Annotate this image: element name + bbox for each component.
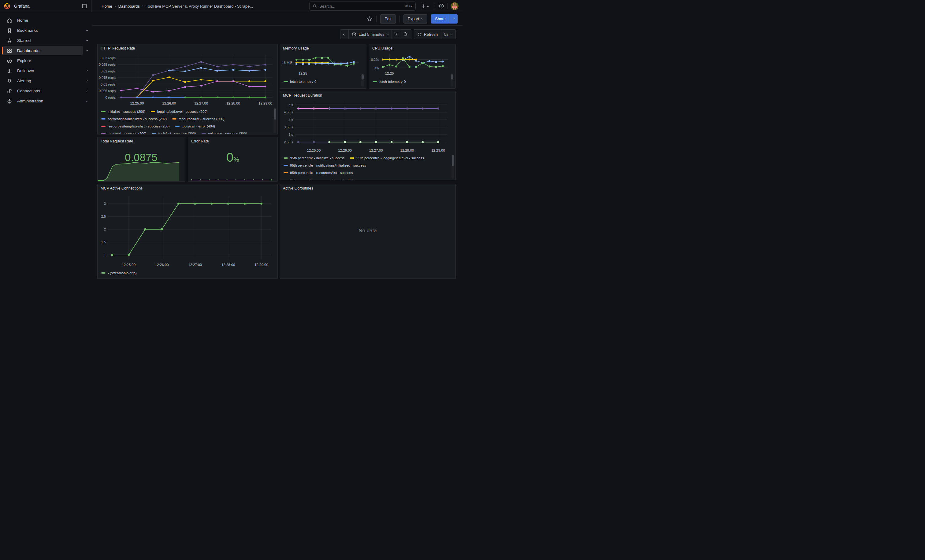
legend-item[interactable]: tools/list - success (200)	[152, 132, 196, 134]
breadcrumb-home[interactable]: Home	[102, 4, 112, 9]
breadcrumb-separator: ›	[115, 4, 116, 8]
edit-button[interactable]: Edit	[380, 14, 396, 24]
brand-text: Grafana	[14, 4, 30, 9]
drilldown-icon	[7, 68, 12, 74]
add-button[interactable]	[421, 3, 429, 10]
time-forward-button[interactable]	[392, 29, 400, 39]
search-input[interactable]: Search... ⌘+k	[309, 2, 416, 11]
sidebar-expand-drilldown[interactable]	[85, 66, 89, 75]
bell-icon	[7, 78, 12, 84]
sidebar-item-explore[interactable]: Explore	[2, 56, 83, 65]
sidebar-item-administration[interactable]: Administration	[2, 96, 83, 106]
legend-item[interactable]: 95th percentile - resources/list - succe…	[283, 171, 353, 174]
legend-item[interactable]: initialize - success (200)	[101, 110, 145, 113]
svg-text:1: 1	[104, 253, 106, 257]
scrollbar-thumb[interactable]	[362, 74, 364, 80]
legend-item[interactable]: 95th percentile - resources/templates/li…	[283, 178, 369, 179]
legend-item[interactable]: tools/call - success (200)	[101, 132, 146, 134]
breadcrumb-current: ToolHive MCP Server & Proxy Runner Dashb…	[146, 4, 253, 9]
svg-text:0.2%: 0.2%	[371, 58, 379, 62]
sidebar-item-label: Explore	[17, 59, 31, 63]
sidebar-expand-starred[interactable]	[85, 36, 89, 45]
sidebar-item-connections[interactable]: Connections	[2, 86, 83, 96]
panel-mcp-active-connections: MCP Active Connections 12:25:0012:26:001…	[97, 184, 278, 279]
svg-text:16 MiB: 16 MiB	[282, 61, 292, 65]
export-button[interactable]: Export	[404, 14, 428, 24]
legend-label: unknown - success (200)	[208, 132, 247, 134]
panel-title: Total Request Rate	[98, 137, 185, 143]
zoom-out-button[interactable]	[400, 29, 411, 39]
svg-text:12:25: 12:25	[298, 72, 307, 75]
memory-usage-chart: 12:2516 MiB	[280, 51, 363, 76]
help-button[interactable]: ?	[438, 3, 444, 10]
sidebar-expand-administration[interactable]	[85, 96, 89, 106]
scrollbar-thumb[interactable]	[274, 108, 276, 120]
svg-text:4.50 s: 4.50 s	[284, 110, 293, 114]
sidebar-item-home[interactable]: Home	[2, 16, 83, 25]
legend-item[interactable]: - (streamable-http)	[101, 271, 137, 275]
legend-label: fetch-telemetry-0	[379, 80, 405, 83]
legend-label: tools/call - success (200)	[108, 132, 146, 134]
mcp-active-connections-chart: 12:25:0012:26:0012:27:0012:28:0012:29:00…	[99, 192, 276, 267]
top-nav: Grafana Home › Dashboards › ToolHive MCP…	[0, 0, 462, 12]
legend-item[interactable]: tools/call - error (404)	[175, 125, 215, 128]
time-range-picker[interactable]: Last 5 minutes	[348, 29, 392, 39]
legend-scrollbar	[452, 155, 454, 179]
share-dropdown-button[interactable]	[450, 14, 458, 24]
legend-item[interactable]: 95th percentile - logging/setLevel - suc…	[350, 156, 424, 160]
sidebar-expand-alerting[interactable]	[85, 76, 89, 86]
legend-item[interactable]: notifications/initialized - success (202…	[101, 117, 167, 121]
sidebar-item-drilldown[interactable]: Drilldown	[2, 66, 83, 75]
sidebar-item-starred[interactable]: Starred	[2, 36, 83, 45]
legend-item[interactable]: 95th percentile - initialize - success	[283, 156, 344, 160]
scrollbar-thumb[interactable]	[452, 155, 454, 166]
chevron-right-icon	[394, 33, 397, 36]
sidebar-toggle-icon[interactable]	[82, 3, 87, 9]
legend-item[interactable]: logging/setLevel - success (200)	[151, 110, 208, 113]
panel-memory-usage: Memory Usage 12:2516 MiB fetch-telemetry…	[280, 44, 366, 89]
svg-text:0 req/s: 0 req/s	[105, 96, 116, 99]
panel-title: CPU Usage	[369, 44, 455, 50]
favorite-star-icon[interactable]	[366, 16, 372, 22]
sidebar-expand-connections[interactable]	[85, 86, 89, 96]
legend-label: 95th percentile - resources/templates/li…	[290, 178, 369, 179]
sidebar-item-bookmarks[interactable]: Bookmarks	[2, 26, 83, 35]
zoom-out-icon	[403, 32, 408, 37]
sidebar-item-dashboards[interactable]: Dashboards	[2, 46, 83, 56]
legend-item[interactable]: fetch-telemetry-0	[373, 80, 405, 83]
legend-label: 95th percentile - resources/list - succe…	[290, 171, 353, 174]
toolbar-divider	[399, 16, 400, 22]
svg-text:12:28:00: 12:28:00	[221, 263, 235, 267]
chevron-down-icon	[452, 17, 455, 20]
refresh-button[interactable]: Refresh	[414, 29, 441, 39]
share-main-button[interactable]: Share	[431, 14, 450, 24]
legend-label: 95th percentile - initialize - success	[290, 156, 344, 160]
sidebar-item-label: Starred	[17, 38, 30, 43]
legend-scrollbar	[361, 74, 364, 87]
legend-item[interactable]: 95th percentile - notifications/initiali…	[283, 164, 366, 167]
refresh-icon	[417, 32, 422, 37]
svg-text:3.50 s: 3.50 s	[284, 125, 293, 129]
legend-swatch	[283, 81, 288, 82]
time-back-button[interactable]	[340, 29, 349, 39]
legend-item[interactable]: resources/templates/list - success (200)	[101, 125, 170, 128]
refresh-interval-picker[interactable]: 5s	[441, 29, 456, 39]
legend-item[interactable]: fetch-telemetry-0	[283, 80, 316, 83]
sidebar-expand-bookmarks[interactable]	[85, 26, 89, 35]
scrollbar-thumb[interactable]	[451, 74, 453, 80]
legend-label: 95th percentile - logging/setLevel - suc…	[356, 156, 424, 160]
svg-text:0.02 req/s: 0.02 req/s	[101, 69, 116, 73]
sidebar-item-alerting[interactable]: Alerting	[2, 76, 83, 86]
breadcrumb-dashboards[interactable]: Dashboards	[118, 4, 140, 9]
time-range-label: Last 5 minutes	[359, 32, 384, 37]
http-legend: initialize - success (200)logging/setLev…	[101, 108, 270, 134]
legend-item[interactable]: unknown - success (200)	[202, 132, 247, 134]
chevron-down-icon	[421, 17, 423, 20]
nav-divider	[434, 3, 434, 9]
svg-text:12:26:00: 12:26:00	[162, 102, 176, 105]
legend-item[interactable]: resources/list - success (200)	[172, 117, 224, 121]
panel-title: Memory Usage	[280, 44, 366, 50]
legend-scrollbar	[273, 108, 276, 133]
sidebar-expand-dashboards[interactable]	[85, 46, 89, 56]
user-avatar[interactable]	[450, 2, 458, 10]
